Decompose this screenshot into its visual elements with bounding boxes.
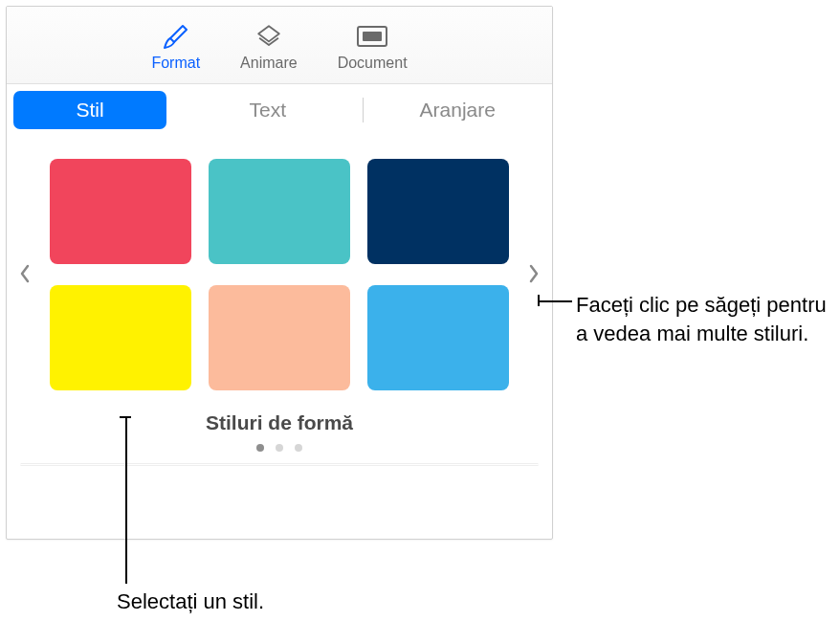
- callout-arrows: Faceți clic pe săgeți pentru a vedea mai…: [576, 291, 834, 347]
- style-swatch[interactable]: [50, 159, 191, 264]
- tab-text[interactable]: Text: [173, 84, 363, 136]
- page-dots[interactable]: [7, 444, 552, 452]
- style-swatch[interactable]: [50, 285, 191, 390]
- inspector-tabs: Stil Text Aranjare: [7, 84, 552, 136]
- toolbar-document-button[interactable]: Document: [328, 18, 417, 76]
- page-dot[interactable]: [276, 444, 283, 452]
- callout-leader-tick: [538, 295, 540, 306]
- svg-rect-1: [363, 32, 382, 41]
- toolbar: Format Animare Document: [7, 7, 552, 84]
- styles-row-1: [7, 159, 552, 264]
- style-swatch[interactable]: [209, 159, 350, 264]
- inspector-panel: Format Animare Document Stil Text: [6, 6, 553, 540]
- document-icon: [355, 22, 389, 51]
- divider: [20, 463, 539, 466]
- toolbar-animate-button[interactable]: Animare: [231, 18, 307, 76]
- style-swatch[interactable]: [367, 285, 509, 390]
- shape-styles-title: Stiluri de formă: [7, 411, 552, 434]
- diamond-stack-icon: [252, 22, 286, 51]
- style-swatch[interactable]: [209, 285, 350, 390]
- callout-leader-tick: [120, 416, 131, 418]
- toolbar-format-label: Format: [151, 55, 200, 72]
- callout-select-style: Selectați un stil.: [117, 588, 264, 616]
- toolbar-animate-label: Animare: [240, 55, 298, 72]
- paintbrush-icon: [159, 22, 193, 51]
- tab-arrange[interactable]: Aranjare: [364, 84, 553, 136]
- styles-prev-arrow[interactable]: [16, 260, 33, 287]
- callout-leader: [125, 416, 127, 584]
- page-dot[interactable]: [295, 444, 302, 452]
- tab-style[interactable]: Stil: [13, 91, 166, 129]
- shape-styles-area: Stiluri de formă: [7, 136, 552, 476]
- toolbar-document-label: Document: [338, 55, 408, 72]
- toolbar-format-button[interactable]: Format: [142, 18, 210, 76]
- callout-leader: [538, 300, 572, 302]
- styles-row-2: [7, 285, 552, 390]
- style-swatch[interactable]: [367, 159, 509, 264]
- page-dot[interactable]: [256, 444, 264, 452]
- styles-next-arrow[interactable]: [525, 260, 542, 287]
